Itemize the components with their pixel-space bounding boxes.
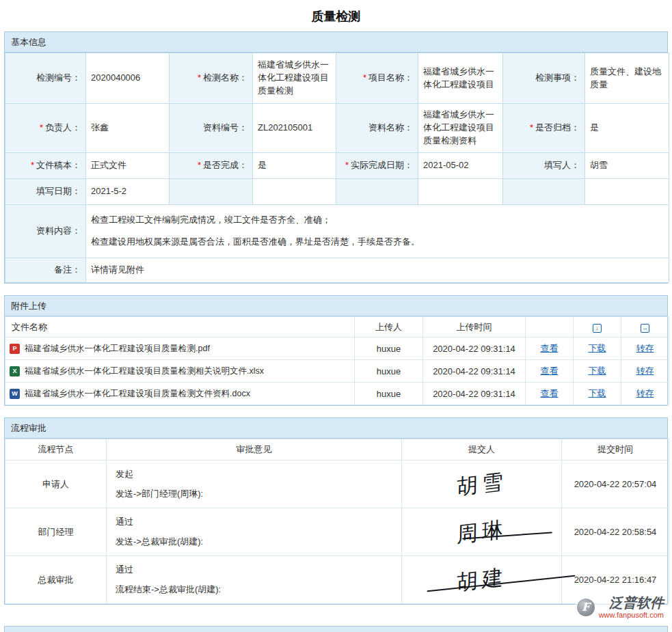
required-star: * bbox=[198, 72, 201, 83]
basic-info-section: 基本信息 检测编号： 2020040006 *检测名称： 福建省城乡供水一体化工… bbox=[4, 31, 668, 284]
required-star: * bbox=[198, 160, 201, 170]
label-empty bbox=[170, 179, 253, 205]
label-project-name: *项目名称： bbox=[336, 53, 418, 104]
column-header-uploader: 上传人 bbox=[355, 317, 423, 338]
value-empty bbox=[418, 179, 503, 205]
column-header-approval-opinion: 审批意见 bbox=[107, 439, 402, 461]
value-empty bbox=[253, 179, 336, 205]
label-empty bbox=[503, 179, 585, 205]
opinion-action: 发起 bbox=[116, 468, 397, 480]
attachments-header-row: 文件名称 上传人 上传时间 ↓ → bbox=[5, 317, 669, 338]
signature-image: 周琳 bbox=[456, 514, 507, 549]
opinion-route: 发送->总裁审批(胡建): bbox=[116, 536, 397, 548]
value-file-draft: 正式文件 bbox=[86, 153, 170, 179]
flow-node: 部门经理 bbox=[5, 508, 107, 556]
value-document-code: ZL202105001 bbox=[253, 104, 336, 153]
flow-node: 总裁审批 bbox=[5, 556, 107, 604]
value-project-name: 福建省城乡供水一体化工程建设项目 bbox=[418, 53, 503, 104]
label-empty bbox=[336, 179, 418, 205]
approval-row: 申请人 发起 发送->部门经理(周琳): 胡雪 2020-04-22 20:57… bbox=[5, 461, 669, 508]
brand-url: www.fanpusoft.com bbox=[599, 611, 664, 620]
basic-info-section-header: 基本信息 bbox=[5, 32, 667, 53]
next-section-header-partial bbox=[4, 626, 668, 632]
required-star: * bbox=[40, 122, 43, 133]
value-writer: 胡雪 bbox=[585, 153, 669, 179]
opinion-route: 发送->部门经理(周琳): bbox=[116, 488, 397, 500]
value-inspection-matter: 质量文件、建设地质量 bbox=[585, 53, 669, 104]
download-link[interactable]: 下载 bbox=[589, 388, 606, 398]
column-header-file-name: 文件名称 bbox=[5, 317, 355, 338]
value-document-name: 福建省城乡供水一体化工程建设项目质量检测资料 bbox=[418, 104, 503, 153]
view-link[interactable]: 查看 bbox=[541, 366, 559, 376]
attachment-row: X 福建省城乡供水一体化工程建设项目质量检测相关说明文件.xlsx huxue … bbox=[5, 360, 669, 383]
transfer-link[interactable]: 转存 bbox=[636, 366, 654, 376]
batch-download-icon[interactable]: ↓ bbox=[593, 324, 602, 333]
attachment-row: W 福建省城乡供水一体化工程建设项目质量检测文件资料.docx huxue 20… bbox=[5, 383, 669, 405]
column-header-view bbox=[526, 317, 574, 338]
label-write-date: 填写日期： bbox=[5, 179, 86, 205]
value-actual-finish-date: 2021-05-02 bbox=[418, 153, 503, 179]
label-text: 负责人： bbox=[45, 122, 81, 133]
excel-file-icon: X bbox=[10, 366, 20, 376]
attachment-row: P 福建省城乡供水一体化工程建设项目质量检测.pdf huxue 2020-04… bbox=[5, 338, 669, 360]
label-text: 填写人： bbox=[544, 160, 580, 170]
required-star: * bbox=[31, 160, 34, 170]
label-text: 项目名称： bbox=[368, 72, 413, 83]
opinion-action: 通过 bbox=[116, 516, 397, 528]
upload-time: 2020-04-22 09:31:14 bbox=[423, 383, 526, 405]
label-document-name: 资料名称： bbox=[336, 104, 418, 153]
content-paragraph-2: 检查建设用地权属来源是属否合法，面积是否准确，界址是否清楚，手续是否齐备。 bbox=[91, 236, 664, 249]
view-link[interactable]: 查看 bbox=[541, 388, 559, 398]
value-finished: 是 bbox=[253, 153, 336, 179]
label-inspection-name: *检测名称： bbox=[170, 53, 253, 104]
column-header-flow-node: 流程节点 bbox=[5, 439, 107, 461]
pdf-file-icon: P bbox=[10, 344, 20, 354]
value-empty bbox=[585, 179, 669, 205]
label-writer: 填写人： bbox=[503, 153, 585, 179]
file-name: 福建省城乡供水一体化工程建设项目质量检测文件资料.docx bbox=[25, 388, 250, 400]
column-header-submit-time: 提交时间 bbox=[562, 439, 669, 461]
label-text: 资料编号： bbox=[203, 122, 247, 133]
label-document-code: 资料编号： bbox=[170, 104, 253, 153]
value-write-date: 2021-5-2 bbox=[86, 179, 170, 205]
uploader: huxue bbox=[355, 383, 423, 405]
label-text: 资料名称： bbox=[368, 122, 413, 133]
opinion-route: 流程结束->总裁审批(胡建): bbox=[116, 583, 397, 596]
label-file-draft: *文件稿本： bbox=[5, 153, 86, 179]
label-text: 检测事项： bbox=[535, 72, 580, 83]
label-inspection-matter: 检测事项： bbox=[503, 53, 585, 104]
value-document-content: 检查工程竣工文件编制完成情况，竣工文件是否齐全、准确； 检查建设用地权属来源是属… bbox=[86, 205, 669, 258]
approval-row: 总裁审批 通过 流程结束->总裁审批(胡建): 胡建 2020-04-22 21… bbox=[5, 556, 669, 604]
page-title: 质量检测 bbox=[0, 0, 672, 31]
label-text: 是否归档： bbox=[535, 122, 580, 133]
signature-image: 胡建 bbox=[456, 562, 507, 597]
upload-time: 2020-04-22 09:31:14 bbox=[423, 338, 526, 360]
uploader: huxue bbox=[355, 360, 423, 383]
value-inspection-code: 2020040006 bbox=[86, 53, 170, 104]
fanpu-watermark: F 泛普软件 www.fanpusoft.com bbox=[576, 594, 665, 621]
opinion-action: 通过 bbox=[116, 564, 397, 576]
label-person-in-charge: *负责人： bbox=[5, 104, 86, 153]
label-text: 是否完成： bbox=[203, 160, 247, 170]
column-header-upload-time: 上传时间 bbox=[423, 317, 526, 338]
file-name: 福建省城乡供水一体化工程建设项目质量检测.pdf bbox=[25, 343, 210, 355]
required-star: * bbox=[363, 72, 366, 83]
signature-image: 胡雪 bbox=[456, 467, 507, 502]
transfer-link[interactable]: 转存 bbox=[636, 388, 654, 398]
label-archived: *是否归档： bbox=[503, 104, 585, 153]
batch-transfer-icon[interactable]: → bbox=[641, 324, 649, 333]
label-inspection-code: 检测编号： bbox=[5, 53, 86, 104]
transfer-link[interactable]: 转存 bbox=[636, 343, 654, 353]
view-link[interactable]: 查看 bbox=[541, 343, 559, 353]
label-text: 备注： bbox=[54, 264, 81, 275]
value-remark: 详情请见附件 bbox=[86, 258, 669, 283]
download-link[interactable]: 下载 bbox=[589, 366, 606, 376]
submit-time: 2020-04-22 20:58:54 bbox=[562, 508, 669, 556]
file-name: 福建省城乡供水一体化工程建设项目质量检测相关说明文件.xlsx bbox=[25, 366, 264, 377]
approval-table: 流程节点 审批意见 提交人 提交时间 申请人 发起 发送->部门经理(周琳): … bbox=[5, 439, 669, 604]
fanpu-logo-icon: F bbox=[577, 599, 595, 616]
label-finished: *是否完成： bbox=[170, 153, 253, 179]
label-document-content: 资料内容： bbox=[5, 205, 86, 258]
value-inspection-name: 福建省城乡供水一体化工程建设项目质量检测 bbox=[253, 53, 336, 104]
download-link[interactable]: 下载 bbox=[589, 343, 606, 353]
